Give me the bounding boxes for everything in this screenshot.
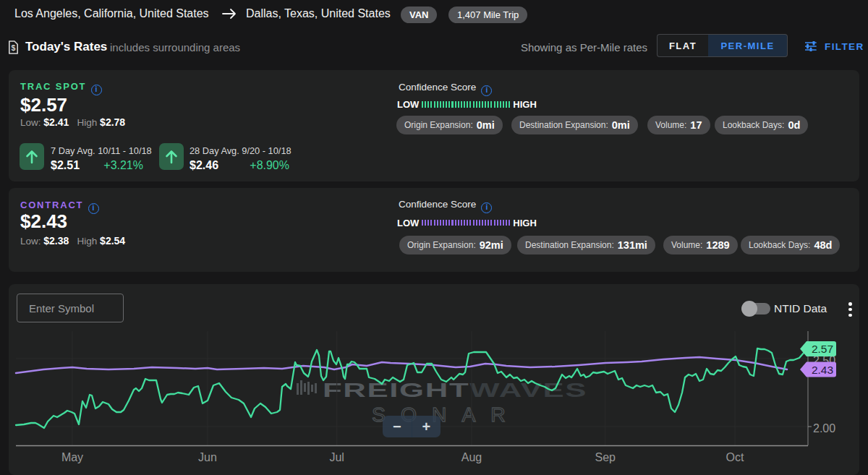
svg-text:Oct: Oct [726,451,744,463]
svg-text:2.57: 2.57 [812,343,833,355]
svg-text:Sep: Sep [595,451,616,463]
svg-text:Jun: Jun [198,451,217,463]
svg-text:2.00: 2.00 [813,422,835,435]
svg-text:Jul: Jul [329,451,344,463]
svg-text:Aug: Aug [461,451,482,463]
svg-text:May: May [61,451,83,463]
svg-text:2.43: 2.43 [812,364,833,376]
svg-text:$: $ [12,43,16,52]
